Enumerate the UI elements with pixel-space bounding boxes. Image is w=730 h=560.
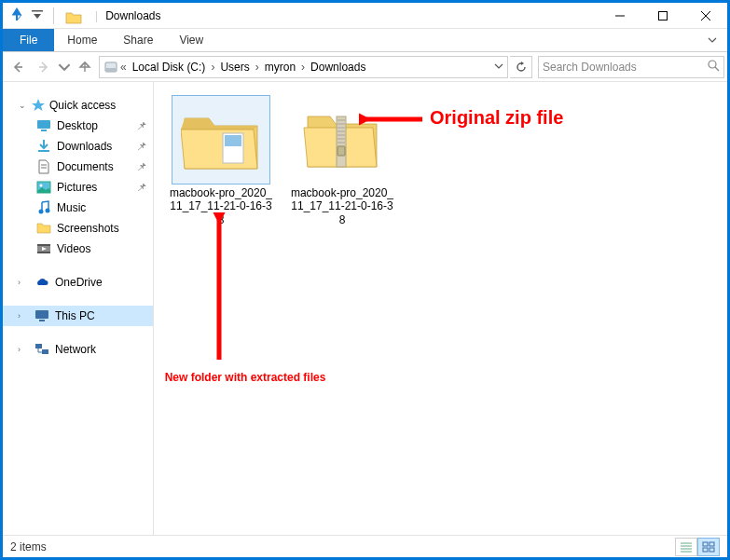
nav-this-pc[interactable]: ›This PC [3,306,153,326]
svg-rect-25 [37,252,50,253]
star-icon [31,98,46,113]
qat-dropdown-icon[interactable] [29,6,46,25]
svg-rect-15 [38,150,49,152]
overflow-chevron[interactable]: « [118,61,129,74]
quick-access-header[interactable]: ⌄ Quick access [3,95,153,116]
cloud-icon [34,275,49,290]
ribbon-expand-button[interactable] [697,29,727,51]
svg-rect-42 [337,146,345,156]
up-button[interactable] [73,55,97,79]
svg-rect-51 [703,548,708,552]
search-box[interactable] [538,56,724,78]
tab-home[interactable]: Home [54,29,110,51]
nav-item-downloads[interactable]: Downloads📌︎ [3,136,153,157]
annotation-folder-label: New folder with extracted files [152,363,338,387]
chevron-right-icon[interactable]: › [254,61,261,74]
file-item-zip[interactable]: macbook-pro_2020_11_17_11-21-0-16-38 [288,95,396,226]
search-input[interactable] [543,61,720,74]
svg-rect-10 [105,68,117,72]
file-label: macbook-pro_2020_11_17_11-21-0-16-38 [288,186,396,226]
svg-rect-28 [35,344,42,348]
disk-icon [103,60,118,75]
address-bar-row: « Local Disk (C:) › Users › myron › Down… [3,52,727,82]
crumb-myron[interactable]: myron [261,57,299,77]
svg-point-19 [40,184,43,187]
nav-item-screenshots[interactable]: Screenshots [3,218,153,239]
folder-icon [65,9,82,22]
svg-rect-13 [37,120,50,129]
quick-access-label: Quick access [49,99,116,112]
desktop-icon [36,118,51,133]
svg-rect-1 [32,10,43,12]
svg-rect-26 [35,310,48,319]
status-bar: 2 items [3,535,727,557]
folder-icon [36,221,51,236]
svg-rect-50 [709,542,714,546]
tab-view[interactable]: View [166,29,216,51]
breadcrumb[interactable]: « Local Disk (C:) › Users › myron › Down… [99,56,508,78]
forward-button[interactable] [32,55,56,79]
expand-chevron-icon[interactable]: › [18,345,27,354]
minimize-button[interactable] [599,3,641,29]
file-list-pane[interactable]: macbook-pro_2020_11_17_11-21-0-16-38 [154,82,727,535]
app-icon [8,6,25,25]
crumb-downloads[interactable]: Downloads [307,57,369,77]
file-label: macbook-pro_2020_11_17_11-21-0-16-38 [167,186,275,226]
svg-point-11 [709,61,716,68]
nav-item-videos[interactable]: Videos [3,239,153,259]
network-icon [34,342,49,357]
chevron-right-icon[interactable]: › [299,61,307,74]
nav-item-desktop[interactable]: Desktop📌︎ [3,116,153,136]
pin-icon: 📌︎ [136,119,147,132]
tab-share[interactable]: Share [110,29,166,51]
nav-network[interactable]: ›Network [3,339,153,360]
qat-separator [53,7,54,24]
expand-chevron-icon[interactable]: › [18,311,27,321]
crumb-users[interactable]: Users [216,57,253,77]
maximize-button[interactable] [641,3,684,29]
details-view-button[interactable] [675,538,697,556]
svg-rect-49 [703,542,708,546]
pin-icon: 📌︎ [136,160,147,173]
music-icon [36,200,51,215]
recent-locations-button[interactable] [58,55,71,79]
annotation-arrow-folder [208,212,230,362]
svg-rect-29 [42,349,48,354]
icons-view-button[interactable] [697,538,720,556]
documents-icon [36,159,51,174]
svg-rect-14 [41,130,47,131]
nav-item-documents[interactable]: Documents📌︎ [3,157,153,177]
svg-line-12 [715,67,719,71]
crumb-disk[interactable]: Local Disk (C:) [129,57,210,77]
nav-onedrive[interactable]: ›OneDrive [3,272,153,293]
folder-thumbnail [172,95,270,184]
main-area: ⌄ Quick access Desktop📌︎ Downloads📌︎ Doc… [3,82,727,535]
pin-icon: 📌︎ [136,181,147,194]
svg-rect-3 [659,11,668,20]
videos-icon [36,241,51,256]
nav-item-music[interactable]: Music [3,198,153,218]
file-item-folder[interactable]: macbook-pro_2020_11_17_11-21-0-16-38 [167,95,275,226]
svg-rect-24 [37,244,50,246]
svg-rect-0 [16,15,18,20]
nav-item-pictures[interactable]: Pictures📌︎ [3,177,153,198]
ribbon-tabs: File Home Share View [3,29,727,52]
titlebar: | Downloads [3,3,727,29]
annotation-zip-label: Original zip file [430,107,563,129]
refresh-button[interactable] [510,56,532,78]
close-button[interactable] [684,3,727,29]
expand-chevron-icon[interactable]: › [18,278,27,287]
status-item-count: 2 items [10,540,47,553]
address-dropdown-button[interactable] [494,61,507,74]
pin-icon: 📌︎ [136,140,147,153]
window-controls [599,3,727,29]
zip-thumbnail [293,95,392,184]
svg-rect-52 [709,548,714,552]
collapse-chevron-icon[interactable]: ⌄ [18,101,27,110]
qat-separator-2: | [95,9,98,22]
navigation-pane[interactable]: ⌄ Quick access Desktop📌︎ Downloads📌︎ Doc… [3,82,154,535]
svg-point-21 [46,209,50,213]
chevron-right-icon[interactable]: › [209,61,216,74]
file-tab[interactable]: File [3,29,54,51]
back-button[interactable] [6,55,30,79]
